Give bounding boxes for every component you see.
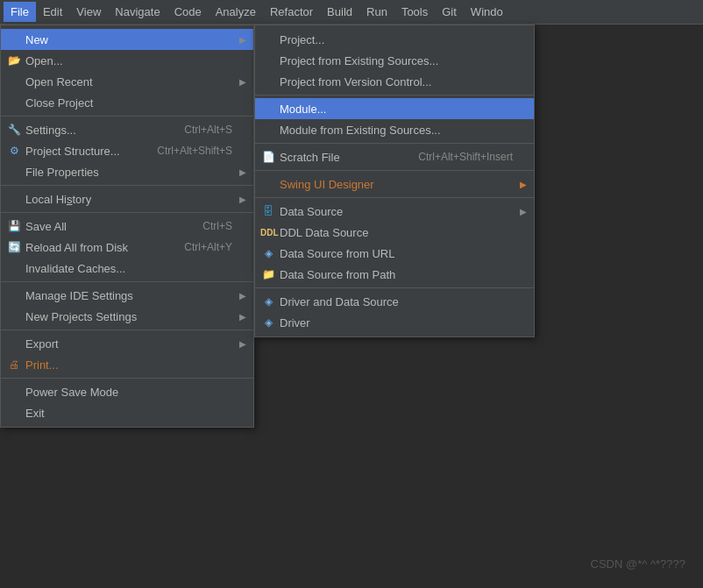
datasource-path-icon: 📁 — [260, 268, 276, 280]
menubar-tools[interactable]: Tools — [394, 2, 435, 22]
menubar-build[interactable]: Build — [320, 2, 359, 22]
wrench-icon: 🔧 — [6, 124, 22, 136]
file-menu-dropdown: New 📂 Open... Open Recent Close Project … — [0, 25, 254, 428]
menu-data-source-url[interactable]: ◈ Data Source from URL — [255, 243, 534, 264]
menu-file-properties[interactable]: File Properties — [1, 161, 253, 182]
separator-3 — [1, 212, 253, 213]
menu-driver[interactable]: ◈ Driver — [255, 312, 534, 333]
menu-swing-ui[interactable]: Swing UI Designer — [255, 174, 534, 195]
menubar-run[interactable]: Run — [359, 2, 394, 22]
menu-data-source-path[interactable]: 📁 Data Source from Path — [255, 264, 534, 285]
driver-datasource-icon: ◈ — [260, 295, 276, 308]
menubar: File Edit View Navigate Code Analyze Ref… — [0, 0, 703, 25]
menu-module[interactable]: Module... — [255, 98, 534, 119]
menu-invalidate[interactable]: Invalidate Caches... — [1, 258, 253, 279]
menubar-edit[interactable]: Edit — [36, 2, 69, 22]
menu-reload[interactable]: 🔄 Reload All from Disk Ctrl+Alt+Y — [1, 237, 253, 258]
menubar-refactor[interactable]: Refactor — [263, 2, 320, 22]
menubar-file[interactable]: File — [4, 2, 36, 22]
scratch-shortcut: Ctrl+Alt+Shift+Insert — [392, 151, 513, 163]
new-separator-2 — [255, 143, 534, 144]
separator-2 — [1, 185, 253, 186]
project-structure-shortcut: Ctrl+Alt+Shift+S — [131, 145, 232, 157]
menubar-view[interactable]: View — [69, 2, 108, 22]
menu-new-projects[interactable]: New Projects Settings — [1, 306, 253, 327]
menu-exit[interactable]: Exit — [1, 402, 253, 423]
datasource-icon: 🗄 — [260, 205, 276, 217]
datasource-url-icon: ◈ — [260, 247, 276, 259]
menu-scratch-file[interactable]: 📄 Scratch File Ctrl+Alt+Shift+Insert — [255, 146, 534, 167]
menubar-code[interactable]: Code — [167, 2, 209, 22]
menu-project-vcs[interactable]: Project from Version Control... — [255, 71, 534, 92]
menubar-analyze[interactable]: Analyze — [209, 2, 263, 22]
menu-project-structure[interactable]: ⚙ Project Structure... Ctrl+Alt+Shift+S — [1, 140, 253, 161]
reload-shortcut: Ctrl+Alt+Y — [158, 241, 232, 253]
separator-6 — [1, 378, 253, 379]
reload-icon: 🔄 — [6, 241, 22, 253]
menu-module-existing[interactable]: Module from Existing Sources... — [255, 119, 534, 140]
menu-driver-data-source[interactable]: ◈ Driver and Data Source — [255, 291, 534, 312]
separator-4 — [1, 281, 253, 282]
new-separator-4 — [255, 197, 534, 198]
dropdown-container: New 📂 Open... Open Recent Close Project … — [0, 25, 254, 428]
separator-5 — [1, 329, 253, 330]
menubar-navigate[interactable]: Navigate — [108, 2, 167, 22]
menu-manage-ide[interactable]: Manage IDE Settings — [1, 285, 253, 306]
print-icon: 🖨 — [6, 358, 22, 371]
menu-open-recent[interactable]: Open Recent — [1, 71, 253, 92]
menu-project[interactable]: Project... — [255, 29, 534, 50]
save-all-shortcut: Ctrl+S — [176, 220, 232, 232]
bottom-text: CSDN @*^ ^*???? — [591, 557, 686, 570]
scratch-icon: 📄 — [260, 151, 276, 163]
menu-settings[interactable]: 🔧 Settings... Ctrl+Alt+S — [1, 119, 253, 140]
menu-export[interactable]: Export — [1, 333, 253, 354]
menu-new[interactable]: New — [1, 29, 253, 50]
settings-shortcut: Ctrl+Alt+S — [158, 124, 232, 136]
menu-print[interactable]: 🖨 Print... — [1, 354, 253, 375]
menu-power-save[interactable]: Power Save Mode — [1, 381, 253, 402]
driver-icon: ◈ — [260, 316, 276, 329]
menu-save-all[interactable]: 💾 Save All Ctrl+S — [1, 216, 253, 237]
folder-icon: 📂 — [6, 54, 22, 67]
menu-local-history[interactable]: Local History — [1, 188, 253, 209]
menubar-window[interactable]: Windo — [464, 2, 510, 22]
new-separator-1 — [255, 95, 534, 96]
menu-close-project[interactable]: Close Project — [1, 92, 253, 113]
structure-icon: ⚙ — [6, 145, 22, 157]
menu-ddl-data-source[interactable]: DDL DDL Data Source — [255, 222, 534, 243]
new-separator-3 — [255, 170, 534, 171]
menu-open[interactable]: 📂 Open... — [1, 50, 253, 71]
ddl-icon: DDL — [260, 228, 276, 237]
separator-1 — [1, 116, 253, 117]
save-icon: 💾 — [6, 220, 22, 232]
menu-project-existing[interactable]: Project from Existing Sources... — [255, 50, 534, 71]
menu-data-source[interactable]: 🗄 Data Source — [255, 201, 534, 222]
menubar-git[interactable]: Git — [435, 2, 464, 22]
new-submenu-dropdown: Project... Project from Existing Sources… — [254, 25, 535, 337]
new-separator-5 — [255, 287, 534, 288]
